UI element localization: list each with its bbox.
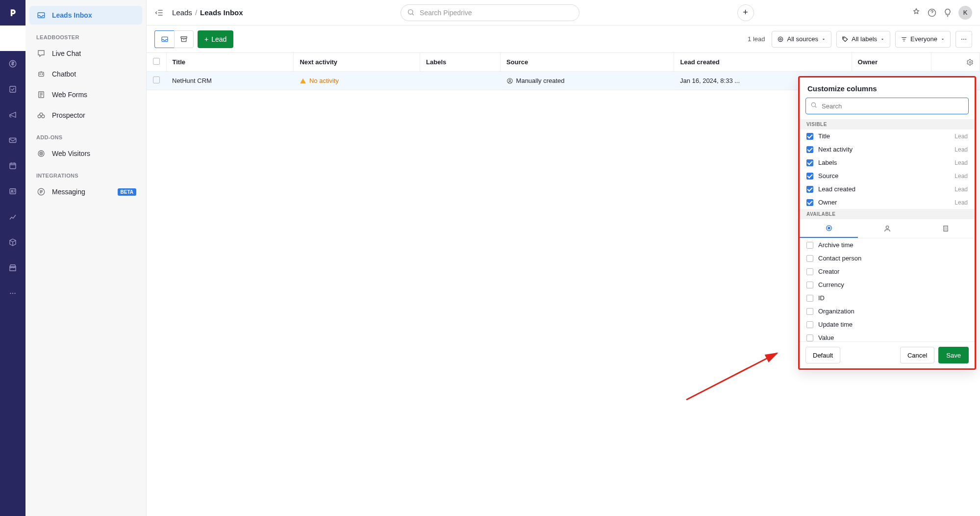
column-label: Owner xyxy=(818,199,837,206)
quick-add-button[interactable]: + xyxy=(737,4,754,21)
save-button[interactable]: Save xyxy=(938,347,969,363)
column-toggle[interactable]: TitleLead xyxy=(800,129,975,143)
column-search-input[interactable] xyxy=(805,98,969,114)
column-label: Lead created xyxy=(818,185,855,193)
column-category: Lead xyxy=(955,173,968,180)
nav-insights[interactable] xyxy=(0,204,25,230)
column-label: ID xyxy=(818,294,825,302)
collapse-sidebar-icon[interactable] xyxy=(154,8,164,18)
svg-point-22 xyxy=(408,9,413,14)
col-title[interactable]: Title xyxy=(166,53,294,72)
global-search-input[interactable] xyxy=(401,4,579,21)
nav-more[interactable] xyxy=(0,281,25,306)
checkbox-icon xyxy=(806,255,813,262)
lead-count: 1 lead xyxy=(748,35,765,43)
customize-columns-button[interactable] xyxy=(961,53,980,72)
col-lead-created[interactable]: Lead created xyxy=(674,53,852,72)
column-toggle[interactable]: Archive time xyxy=(800,238,975,252)
sidebar-live-chat[interactable]: Live Chat xyxy=(29,44,142,63)
filter-owner[interactable]: Everyone xyxy=(895,31,951,48)
column-toggle[interactable]: Next activityLead xyxy=(800,143,975,156)
nav-leads[interactable] xyxy=(0,26,25,51)
help-icon[interactable] xyxy=(927,8,937,18)
column-label: Archive time xyxy=(818,241,854,249)
nav-activities[interactable] xyxy=(0,153,25,179)
column-toggle[interactable]: Lead createdLead xyxy=(800,182,975,196)
add-lead-button[interactable]: + Lead xyxy=(198,30,233,48)
cell-next-activity: No activity xyxy=(294,72,420,90)
column-toggle[interactable]: Creator xyxy=(800,265,975,278)
sidebar-web-forms[interactable]: Web Forms xyxy=(29,85,142,104)
nav-marketplace[interactable] xyxy=(0,255,25,281)
col-owner[interactable]: Owner xyxy=(852,53,931,72)
svg-point-35 xyxy=(811,103,815,106)
svg-point-29 xyxy=(961,39,962,40)
column-toggle[interactable]: Value xyxy=(800,331,975,341)
nav-projects[interactable] xyxy=(0,77,25,102)
filter-labels[interactable]: All labels xyxy=(836,31,890,48)
column-toggle[interactable]: Update time xyxy=(800,318,975,331)
sidebar-leads-inbox[interactable]: Leads Inbox xyxy=(29,6,142,25)
svg-point-7 xyxy=(11,190,13,192)
svg-point-38 xyxy=(886,226,888,229)
beta-badge: BETA xyxy=(118,188,136,196)
svg-rect-25 xyxy=(181,36,187,38)
tab-person-fields[interactable] xyxy=(858,219,916,238)
sidebar-chatbot[interactable]: Chatbot xyxy=(29,65,142,83)
breadcrumb-current: Leads Inbox xyxy=(200,8,243,17)
col-labels[interactable]: Labels xyxy=(420,53,501,72)
nav-contacts[interactable] xyxy=(0,179,25,204)
column-toggle[interactable]: LabelsLead xyxy=(800,156,975,169)
more-actions-button[interactable] xyxy=(955,31,972,48)
breadcrumb-root[interactable]: Leads xyxy=(172,8,192,17)
svg-point-34 xyxy=(509,79,511,81)
cell-title: NetHunt CRM xyxy=(166,72,294,90)
checkbox-icon xyxy=(806,321,813,328)
column-toggle[interactable]: ID xyxy=(800,291,975,305)
search-icon xyxy=(407,8,415,16)
col-source[interactable]: Source xyxy=(501,53,674,72)
sidebar-heading-addons: ADD-ONS xyxy=(25,126,146,143)
svg-point-8 xyxy=(10,293,11,294)
tab-org-fields[interactable] xyxy=(916,219,975,238)
default-button[interactable]: Default xyxy=(805,347,840,363)
user-avatar[interactable]: K xyxy=(958,6,972,20)
checkbox-icon xyxy=(806,146,813,153)
checkbox-icon xyxy=(806,308,813,315)
column-toggle[interactable]: Organization xyxy=(800,305,975,318)
sidebar-prospector[interactable]: Prospector xyxy=(29,106,142,125)
sales-assistant-icon[interactable] xyxy=(911,8,921,18)
checkbox-icon xyxy=(806,173,813,180)
column-toggle[interactable]: Contact person xyxy=(800,252,975,265)
checkbox-icon xyxy=(806,282,813,288)
sidebar-messaging[interactable]: Messaging BETA xyxy=(29,182,142,201)
checkbox-icon xyxy=(806,199,813,206)
view-archive-button[interactable] xyxy=(174,30,194,48)
column-toggle[interactable]: SourceLead xyxy=(800,169,975,182)
sidebar-web-visitors[interactable]: Web Visitors xyxy=(29,144,142,163)
col-next-activity[interactable]: Next activity xyxy=(294,53,420,72)
nav-deals[interactable] xyxy=(0,51,25,77)
cancel-button[interactable]: Cancel xyxy=(900,347,934,363)
sidebar-item-label: Leads Inbox xyxy=(52,11,92,19)
breadcrumb: Leads / Leads Inbox xyxy=(172,8,243,17)
nav-mail[interactable] xyxy=(0,128,25,153)
select-all-checkbox[interactable] xyxy=(153,58,160,65)
column-toggle[interactable]: Currency xyxy=(800,278,975,291)
row-checkbox[interactable] xyxy=(153,77,160,83)
tab-lead-fields[interactable] xyxy=(800,219,858,238)
column-toggle[interactable]: OwnerLead xyxy=(800,196,975,209)
topbar: Leads / Leads Inbox + K xyxy=(147,0,980,26)
chat-icon xyxy=(36,49,46,58)
tips-icon[interactable] xyxy=(943,8,953,18)
column-label: Update time xyxy=(818,321,853,328)
panel-title: Customize columns xyxy=(800,77,975,98)
nav-campaigns[interactable] xyxy=(0,102,25,128)
nav-products[interactable] xyxy=(0,230,25,255)
column-label: Currency xyxy=(818,281,844,288)
column-label: Organization xyxy=(818,308,854,315)
svg-point-20 xyxy=(41,153,42,154)
view-inbox-button[interactable] xyxy=(154,30,174,48)
column-label: Creator xyxy=(818,268,839,275)
filter-sources[interactable]: All sources xyxy=(772,31,831,48)
